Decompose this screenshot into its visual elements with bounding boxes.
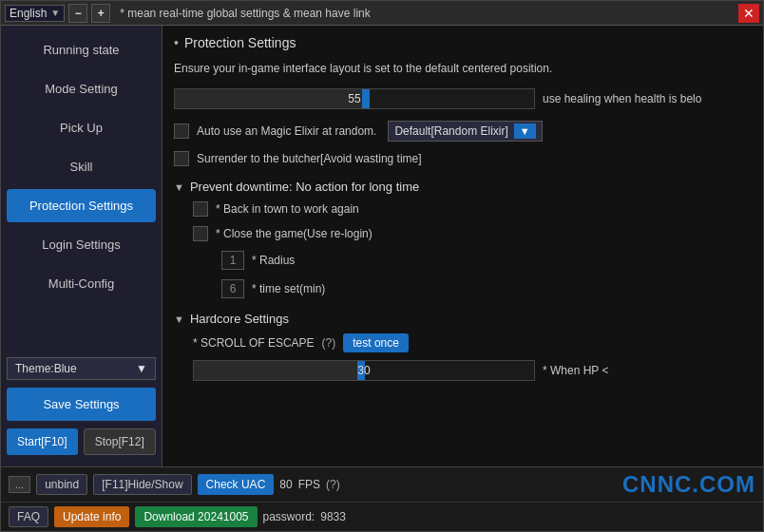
sidebar-item-protection-settings[interactable]: Protection Settings bbox=[7, 189, 156, 222]
health-slider[interactable]: 55 bbox=[174, 88, 535, 109]
surrender-label: Surrender to the butcher[Avoid wasting t… bbox=[197, 152, 422, 165]
hp-slider-row: 30 * When HP < bbox=[193, 360, 752, 381]
hp-label: * When HP < bbox=[543, 364, 752, 377]
close-game-row: * Close the game(Use re-login) bbox=[193, 226, 752, 241]
stop-button[interactable]: Stop[F12] bbox=[84, 428, 157, 455]
bottom-bar-row1: ... unbind [F11]Hide/Show Check UAC 80 F… bbox=[1, 467, 763, 503]
radius-number-box: 1 bbox=[221, 251, 244, 270]
fps-question: (?) bbox=[326, 478, 340, 491]
prevent-content: * Back in town to work again * Close the… bbox=[174, 201, 752, 308]
elixir-checkbox[interactable] bbox=[174, 124, 189, 139]
save-settings-button[interactable]: Save Settings bbox=[7, 388, 156, 421]
sidebar-item-skill[interactable]: Skill bbox=[7, 150, 156, 183]
surrender-checkbox[interactable] bbox=[174, 151, 189, 166]
main-content: Running state Mode Setting Pick Up Skill… bbox=[1, 26, 763, 466]
back-to-town-checkbox[interactable] bbox=[193, 201, 208, 217]
download-button[interactable]: Download 20241005 bbox=[135, 506, 257, 527]
dots-button[interactable]: ... bbox=[9, 476, 30, 493]
language-label: English bbox=[10, 7, 47, 20]
elixir-dropdown-label: Default[Random Elixir] bbox=[394, 124, 507, 138]
hardcore-content: * SCROLL OF ESCAPE (?) test once 30 * Wh… bbox=[174, 333, 752, 381]
unbind-button[interactable]: unbind bbox=[36, 474, 87, 495]
faq-button[interactable]: FAQ bbox=[9, 506, 48, 527]
password-value: 9833 bbox=[320, 510, 346, 523]
health-slider-row: 55 use healing when health is belo bbox=[174, 88, 752, 109]
language-dropdown[interactable]: English ▼ bbox=[5, 5, 65, 22]
bottom-bar-row2: FAQ Update info Download 20241005 passwo… bbox=[1, 503, 763, 531]
close-button[interactable]: ✕ bbox=[738, 4, 759, 23]
theme-selector[interactable]: Theme:Blue ▼ bbox=[7, 357, 156, 380]
fps-label: FPS bbox=[298, 478, 320, 491]
close-game-checkbox[interactable] bbox=[193, 226, 208, 241]
sidebar-item-login-settings[interactable]: Login Settings bbox=[7, 228, 156, 261]
language-arrow: ▼ bbox=[50, 8, 60, 18]
health-slider-label: use healing when health is belo bbox=[543, 92, 752, 105]
prevent-arrow: ▼ bbox=[174, 181, 184, 193]
back-to-town-label: * Back in town to work again bbox=[216, 202, 359, 216]
hp-slider-value: 30 bbox=[194, 364, 534, 377]
radius-row: 1 * Radius 6 * time set(min) bbox=[193, 251, 752, 298]
elixir-dropdown[interactable]: Default[Random Elixir] ▼ bbox=[388, 121, 542, 142]
sidebar-item-pick-up[interactable]: Pick Up bbox=[7, 111, 156, 144]
section-header: Protection Settings bbox=[174, 35, 752, 50]
info-text: Ensure your in-game interface layout is … bbox=[174, 60, 752, 77]
titlebar: English ▼ − + * mean real-time global se… bbox=[1, 1, 763, 26]
timeset-label: * time set(min) bbox=[252, 282, 325, 295]
back-to-town-row: * Back in town to work again bbox=[193, 201, 752, 217]
content-panel: Protection Settings Ensure your in-game … bbox=[162, 26, 763, 466]
timeset-row: 6 * time set(min) bbox=[221, 279, 752, 298]
bottom-bar: ... unbind [F11]Hide/Show Check UAC 80 F… bbox=[1, 466, 763, 531]
sidebar: Running state Mode Setting Pick Up Skill… bbox=[1, 26, 162, 466]
cnnc-logo: CNNC.COM bbox=[622, 471, 755, 498]
password-text: password: bbox=[263, 510, 315, 523]
sidebar-bottom: Theme:Blue ▼ Save Settings Start[F10] St… bbox=[1, 352, 162, 461]
app-window: English ▼ − + * mean real-time global se… bbox=[0, 0, 764, 532]
hp-slider[interactable]: 30 bbox=[193, 360, 535, 381]
radius-label: * Radius bbox=[252, 254, 295, 267]
sidebar-item-mode-setting[interactable]: Mode Setting bbox=[7, 72, 156, 105]
titlebar-text: * mean real-time global settings & mean … bbox=[114, 7, 735, 20]
hardcore-section-header[interactable]: ▼ Hardcore Settings bbox=[174, 312, 752, 326]
check-uac-button[interactable]: Check UAC bbox=[198, 474, 275, 495]
sidebar-item-multi-config[interactable]: Multi-Config bbox=[7, 267, 156, 300]
section-title: Protection Settings bbox=[184, 35, 296, 50]
hide-show-button[interactable]: [F11]Hide/Show bbox=[93, 474, 191, 495]
prevent-title: Prevent downtime: No action for long tim… bbox=[190, 180, 419, 194]
expand-button[interactable]: + bbox=[91, 4, 110, 23]
start-stop-row: Start[F10] Stop[F12] bbox=[7, 428, 156, 455]
scroll-question: (?) bbox=[322, 336, 336, 350]
close-game-label: * Close the game(Use re-login) bbox=[216, 227, 372, 240]
theme-arrow: ▼ bbox=[136, 362, 147, 375]
theme-label: Theme:Blue bbox=[15, 362, 77, 375]
prevent-section-header[interactable]: ▼ Prevent downtime: No action for long t… bbox=[174, 180, 752, 194]
timeset-number-box: 6 bbox=[221, 279, 244, 298]
fps-value: 80 bbox=[279, 478, 292, 491]
test-once-button[interactable]: test once bbox=[343, 333, 409, 352]
minimize-button[interactable]: − bbox=[68, 4, 87, 23]
scroll-label: * SCROLL OF ESCAPE bbox=[193, 336, 315, 350]
start-button[interactable]: Start[F10] bbox=[7, 428, 78, 455]
radius-number-row: 1 * Radius bbox=[221, 251, 752, 270]
hardcore-arrow: ▼ bbox=[174, 314, 184, 325]
elixir-label: Auto use an Magic Elixir at random. bbox=[197, 124, 376, 138]
scroll-escape-row: * SCROLL OF ESCAPE (?) test once bbox=[193, 333, 752, 352]
surrender-row: Surrender to the butcher[Avoid wasting t… bbox=[174, 151, 752, 166]
health-slider-value: 55 bbox=[175, 92, 534, 105]
hardcore-title: Hardcore Settings bbox=[190, 312, 289, 326]
elixir-dropdown-arrow: ▼ bbox=[514, 124, 536, 139]
sidebar-item-running-state[interactable]: Running state bbox=[7, 33, 156, 66]
elixir-row: Auto use an Magic Elixir at random. Defa… bbox=[174, 121, 752, 142]
update-info-button[interactable]: Update info bbox=[54, 506, 129, 527]
